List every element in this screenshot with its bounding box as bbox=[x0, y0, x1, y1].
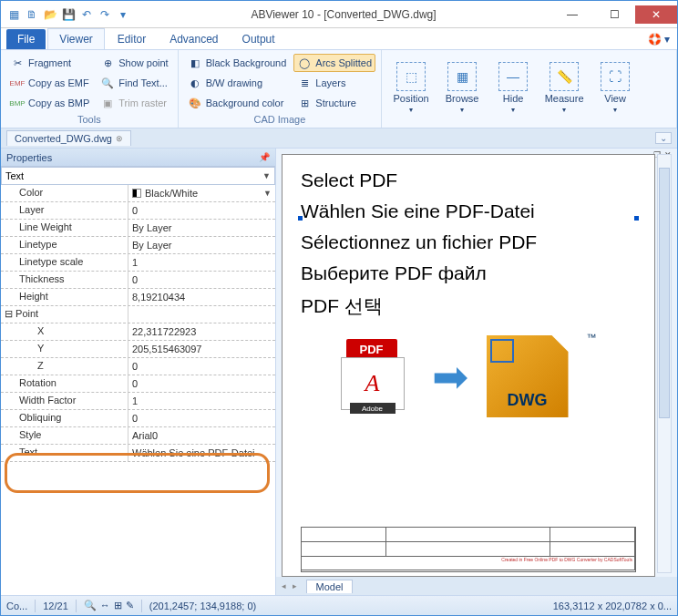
trim-icon: ▣ bbox=[100, 96, 115, 110]
status-icon-3[interactable]: ⊞ bbox=[114, 600, 122, 611]
hide-button[interactable]: —Hide▾ bbox=[489, 54, 537, 122]
prop-row-thickness[interactable]: Thickness0 bbox=[1, 272, 275, 289]
prop-row-y[interactable]: Y205,515463097 bbox=[1, 341, 275, 358]
prop-row-point[interactable]: ⊟ Point bbox=[1, 306, 275, 323]
status-icon-1[interactable]: 🔍 bbox=[84, 600, 97, 611]
status-icon-4[interactable]: ✎ bbox=[126, 600, 134, 611]
status-icon-2[interactable]: ↔ bbox=[100, 600, 110, 611]
dwg-icon: DWG bbox=[487, 335, 569, 417]
layout-nav-arrows[interactable]: ◂ ▸ bbox=[282, 581, 299, 590]
fragment-icon: ✂ bbox=[10, 56, 25, 70]
arcs-icon: ◯ bbox=[297, 56, 312, 70]
minimize-button[interactable]: — bbox=[551, 5, 593, 24]
bmp-icon: BMP bbox=[10, 96, 25, 110]
black-background-button[interactable]: ◧Black Background bbox=[184, 54, 291, 72]
copy-emf-button[interactable]: EMFCopy as EMF bbox=[6, 74, 93, 92]
pin-icon[interactable]: 📌 bbox=[259, 152, 270, 162]
help-dropdown[interactable]: 🛟 ▾ bbox=[641, 29, 677, 49]
title-block: Created in Free Online PDF to DWG Conver… bbox=[301, 527, 636, 572]
title-bar: ▦ 🗎 📂 💾 ↶ ↷ ▾ ABViewer 10 - [Converted_D… bbox=[1, 1, 677, 28]
document-tabs: Converted_DWG.dwg ⊗ ⌄ bbox=[1, 128, 677, 149]
scrollbar-thumb[interactable] bbox=[659, 168, 670, 418]
properties-type-select[interactable]: Text ▼ bbox=[1, 167, 275, 185]
view-button[interactable]: ⛶View▾ bbox=[591, 54, 639, 122]
maximize-button[interactable]: ☐ bbox=[593, 5, 635, 24]
tab-advanced[interactable]: Advanced bbox=[159, 29, 229, 49]
canvas-text-de: Wählen Sie eine PDF-Datei bbox=[301, 200, 636, 222]
prop-row-obliquing[interactable]: Obliquing0 bbox=[1, 410, 275, 427]
drawing-canvas[interactable]: Select PDF Wählen Sie eine PDF-Datei Sél… bbox=[282, 154, 655, 577]
measure-icon: 📏 bbox=[550, 62, 579, 91]
prop-row-text[interactable]: TextWählen Sie eine PDF-Datei bbox=[1, 445, 275, 462]
tab-model[interactable]: Model bbox=[306, 580, 354, 593]
measure-button[interactable]: 📏Measure▾ bbox=[540, 54, 588, 122]
collapse-icon[interactable]: ⊟ bbox=[5, 308, 13, 319]
status-tool-icons: 🔍 ↔ ⊞ ✎ bbox=[84, 600, 134, 611]
close-button[interactable]: ✕ bbox=[635, 5, 677, 24]
qat-dropdown-icon[interactable]: ▾ bbox=[116, 7, 130, 22]
prop-row-layer[interactable]: Layer0 bbox=[1, 202, 275, 220]
ribbon-group-view: ⬚Position▾ ▦Browse▾ —Hide▾ 📏Measure▾ ⛶Vi… bbox=[382, 50, 677, 128]
prop-row-rotation[interactable]: Rotation0 bbox=[1, 375, 275, 393]
find-text-button[interactable]: 🔍Find Text... bbox=[97, 74, 171, 92]
structure-button[interactable]: ⊞Structure bbox=[293, 94, 375, 112]
properties-panel: Properties 📌 Text ▼ ColorBlack/White▼ La… bbox=[1, 149, 276, 595]
properties-type-value: Text bbox=[5, 170, 24, 181]
doc-tab-label: Converted_DWG.dwg bbox=[15, 133, 112, 144]
position-button[interactable]: ⬚Position▾ bbox=[387, 54, 435, 122]
black-bg-icon: ◧ bbox=[188, 56, 202, 70]
canvas-text-ru: Выберите PDF файл bbox=[301, 262, 636, 284]
ribbon-group-tools: ✂Fragment EMFCopy as EMF BMPCopy as BMP … bbox=[1, 50, 179, 128]
fragment-button[interactable]: ✂Fragment bbox=[6, 54, 93, 72]
undo-icon[interactable]: ↶ bbox=[79, 7, 94, 22]
tab-viewer[interactable]: Viewer bbox=[47, 28, 104, 49]
target-icon: ⊕ bbox=[100, 56, 115, 70]
viewport-panel: — ❐ ✕ Select PDF Wählen Sie eine PDF-Dat… bbox=[276, 149, 677, 595]
ribbon: ✂Fragment EMFCopy as EMF BMPCopy as BMP … bbox=[1, 50, 677, 128]
redo-icon[interactable]: ↷ bbox=[98, 7, 112, 22]
tab-editor[interactable]: Editor bbox=[107, 29, 157, 49]
new-icon[interactable]: 🗎 bbox=[25, 7, 39, 22]
prop-row-style[interactable]: StyleArial0 bbox=[1, 427, 275, 445]
properties-header: Properties 📌 bbox=[1, 149, 275, 167]
prop-row-z[interactable]: Z0 bbox=[1, 358, 275, 375]
status-dims: 163,3112 x 202,0782 x 0... bbox=[553, 601, 672, 611]
doc-tab-close-icon[interactable]: ⊗ bbox=[116, 134, 123, 143]
doc-tabs-overflow[interactable]: ⌄ bbox=[655, 132, 672, 144]
save-icon[interactable]: 💾 bbox=[61, 7, 76, 22]
vertical-scrollbar[interactable] bbox=[657, 154, 672, 573]
canvas-text-ko: PDF 선택 bbox=[301, 293, 636, 319]
doc-tab[interactable]: Converted_DWG.dwg ⊗ bbox=[6, 130, 131, 146]
bw-icon: ◐ bbox=[188, 76, 202, 90]
show-point-button[interactable]: ⊕Show point bbox=[97, 54, 171, 72]
bw-drawing-button[interactable]: ◐B/W drawing bbox=[184, 74, 291, 92]
prop-row-x[interactable]: X22,311722923 bbox=[1, 323, 275, 341]
layers-button[interactable]: ≣Layers bbox=[293, 74, 375, 92]
app-icon[interactable]: ▦ bbox=[6, 7, 21, 22]
layers-icon: ≣ bbox=[297, 76, 312, 90]
tab-file[interactable]: File bbox=[6, 29, 46, 49]
window-buttons: — ☐ ✕ bbox=[551, 5, 677, 24]
quick-access-toolbar: ▦ 🗎 📂 💾 ↶ ↷ ▾ bbox=[1, 7, 136, 22]
tab-output[interactable]: Output bbox=[231, 29, 286, 49]
ribbon-tabs: File Viewer Editor Advanced Output 🛟 ▾ bbox=[1, 28, 677, 50]
browse-icon: ▦ bbox=[447, 62, 477, 91]
arcs-splitted-button[interactable]: ◯Arcs Splitted bbox=[293, 54, 375, 72]
prop-row-lineweight[interactable]: Line WeightBy Layer bbox=[1, 220, 275, 237]
prop-row-linetype[interactable]: LinetypeBy Layer bbox=[1, 237, 275, 254]
open-icon[interactable]: 📂 bbox=[43, 7, 57, 22]
hide-icon: — bbox=[498, 62, 528, 91]
canvas-graphic: PDF A Adobe ➡ DWG ™ bbox=[301, 335, 636, 417]
prop-row-widthfactor[interactable]: Width Factor1 bbox=[1, 393, 275, 410]
position-icon: ⬚ bbox=[396, 62, 426, 91]
arrow-right-icon: ➡ bbox=[432, 351, 468, 402]
group-label-tools: Tools bbox=[6, 112, 172, 125]
prop-row-height[interactable]: Height8,19210434 bbox=[1, 289, 275, 306]
copy-bmp-button[interactable]: BMPCopy as BMP bbox=[6, 94, 93, 112]
ribbon-group-cad-image: ◧Black Background ◐B/W drawing 🎨Backgrou… bbox=[179, 50, 382, 128]
background-color-button[interactable]: 🎨Background color bbox=[184, 94, 291, 112]
browse-button[interactable]: ▦Browse▾ bbox=[438, 54, 486, 122]
prop-row-color[interactable]: ColorBlack/White▼ bbox=[1, 185, 275, 202]
status-count: 12/21 bbox=[43, 601, 68, 611]
prop-row-linetypescale[interactable]: Linetype scale1 bbox=[1, 254, 275, 272]
